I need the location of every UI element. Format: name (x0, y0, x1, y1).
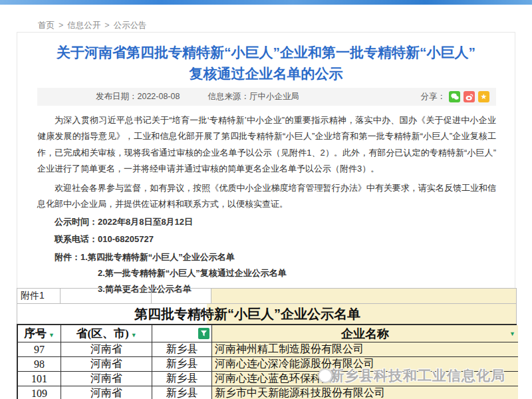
table-cell: 河南心连心深冷能源股份有限公司 (212, 357, 518, 372)
column-header-county[interactable] (152, 325, 212, 342)
top-nav-strip (0, 0, 532, 5)
share-section: 分享： ★ (421, 91, 490, 102)
breadcrumb-item: 公示公告 (114, 21, 147, 30)
table-cell: 河南心连心蓝色环保科技 (212, 372, 518, 386)
publish-date: 发布日期：2022-08-08 (96, 91, 180, 102)
share-label: 分享： (421, 91, 446, 102)
table-cell: 河南省 (61, 386, 152, 399)
table-cell: 河南省 (61, 357, 152, 372)
paragraph: 为深入贯彻习近平总书记关于“培育一批‘专精特新’中小企业”的重要指示精神，落实中… (37, 112, 496, 178)
table-cell: 新乡县 (152, 386, 212, 399)
table-cell: 河南省 (61, 342, 152, 357)
breadcrumb: 首页>信息公开>公示公告 (38, 20, 147, 31)
annex-label-row: 附件1 (17, 288, 517, 304)
weibo-share-icon[interactable] (464, 91, 475, 102)
info-source: 信息来源：厅中小企业局 (207, 91, 299, 102)
attachment-line-1: 附件：1.第四批专精特新“小巨人”企业公示名单 (37, 249, 496, 265)
column-header-company[interactable]: 企业名称▼ (212, 325, 518, 342)
column-header-index[interactable]: 序号▼ (18, 325, 61, 342)
public-time-line: 公示时间：2022年8月8日至8月12日 (37, 214, 496, 230)
table-cell: 河南神州精工制造股份有限公司 (212, 342, 518, 357)
table-cell: 98 (18, 357, 61, 372)
table-cell: 109 (18, 386, 61, 399)
annex-label: 附件1 (17, 290, 45, 302)
table-cell: 97 (18, 342, 61, 357)
attachment-link[interactable]: 1.第四批专精特新“小巨人”企业公示名单 (80, 252, 235, 262)
annex-table: 附件1 第四批专精特新“小巨人”企业公示名单 序号▼ 省(区、市)▼ 企业名称▼… (17, 288, 517, 399)
contact-phone-line: 联系电话：010-68205727 (37, 231, 496, 247)
paragraph: 欢迎社会各界参与监督，如有异议，按照《优质中小企业梯度培育管理暂行办法》中有关要… (37, 180, 496, 213)
breadcrumb-separator: > (104, 21, 109, 30)
attachment-line-2[interactable]: 2.第一批专精特新“小巨人”复核通过企业公示名单 (37, 265, 496, 281)
table-grid: 序号▼ 省(区、市)▼ 企业名称▼ 97河南省新乡县河南神州精工制造股份有限公司… (17, 324, 517, 399)
table-title: 第四批专精特新“小巨人”企业公示名单 (17, 304, 517, 324)
table-cell: 新乡县 (152, 372, 212, 386)
meta-bar: 发布日期：2022-08-08 信息来源：厅中小企业局 分享： ★ (37, 88, 496, 106)
breadcrumb-item[interactable]: 信息公开 (67, 21, 100, 30)
wechat-share-icon[interactable] (449, 91, 460, 102)
page-title: 关于河南省第四批专精特新“小巨人”企业和第一批专精特新“小巨人”复核通过企业名单… (52, 42, 480, 84)
table-cell: 新乡市中天新能源科技股份有限公司 (212, 386, 518, 399)
table-cell: 新乡县 (152, 357, 212, 372)
table-cell: 河南省 (61, 372, 152, 386)
column-header-province[interactable]: 省(区、市)▼ (61, 325, 152, 342)
filter-dropdown-icon[interactable]: ▼ (131, 332, 137, 338)
breadcrumb-separator: > (59, 21, 63, 30)
filter-dropdown-icon[interactable]: ▼ (49, 332, 55, 338)
filter-dropdown-icon[interactable]: ▼ (509, 331, 515, 337)
table-cell: 新乡县 (152, 342, 212, 357)
qzone-star-share-icon[interactable]: ★ (478, 91, 489, 102)
breadcrumb-item[interactable]: 首页 (38, 21, 55, 30)
table-cell: 101 (18, 372, 61, 386)
active-filter-icon[interactable] (198, 328, 209, 339)
